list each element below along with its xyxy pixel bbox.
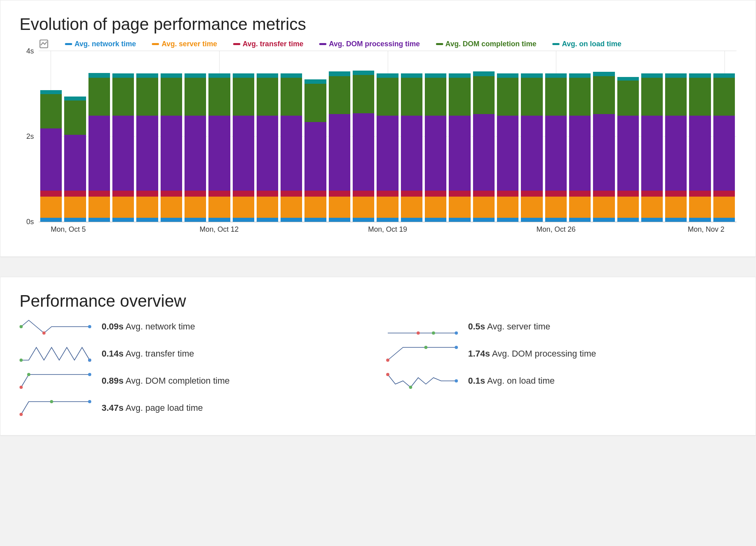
- legend-item[interactable]: Avg. transfer time: [233, 40, 303, 48]
- sparkline[interactable]: [386, 373, 458, 389]
- stacked-bar[interactable]: [112, 73, 134, 222]
- bar-segment: [208, 197, 230, 218]
- stacked-bar[interactable]: [713, 73, 735, 222]
- overview-card: Performance overview 0.09s Avg. network …: [0, 277, 756, 436]
- stacked-bar[interactable]: [449, 73, 470, 222]
- sparkline[interactable]: [386, 346, 458, 362]
- legend-item[interactable]: Avg. on load time: [552, 40, 621, 48]
- legend-item[interactable]: Avg. DOM processing time: [319, 40, 420, 48]
- metric-text: 0.89s Avg. DOM completion time: [102, 376, 230, 386]
- bar-segment: [593, 114, 615, 190]
- chart-plot-area[interactable]: 0s2s4s: [39, 51, 736, 222]
- sparkline[interactable]: [20, 346, 91, 362]
- bar-segment: [449, 197, 470, 218]
- stacked-bar[interactable]: [593, 72, 615, 222]
- stacked-bar[interactable]: [521, 73, 542, 222]
- stacked-bar[interactable]: [161, 73, 182, 222]
- stacked-bar[interactable]: [641, 73, 663, 222]
- bar-segment: [161, 116, 182, 190]
- stacked-bar[interactable]: [208, 73, 230, 222]
- stacked-bar[interactable]: [473, 71, 495, 222]
- stacked-bar[interactable]: [545, 73, 567, 222]
- bars-container: [39, 51, 736, 222]
- sparkline[interactable]: [20, 319, 91, 335]
- bar-segment: [497, 116, 518, 190]
- legend-label: Avg. network time: [75, 40, 136, 48]
- bar-segment: [40, 218, 62, 222]
- stacked-bar[interactable]: [88, 73, 110, 222]
- bar-segment: [353, 218, 374, 222]
- svg-point-14: [27, 373, 30, 376]
- bar-segment: [304, 191, 326, 197]
- metric-row: 0.89s Avg. DOM completion time: [20, 373, 370, 389]
- bar-segment: [64, 191, 86, 197]
- bar-segment: [208, 78, 230, 116]
- stacked-bar[interactable]: [353, 71, 374, 222]
- bar-segment: [473, 114, 495, 190]
- bar-segment: [617, 197, 639, 218]
- bar-segment: [569, 197, 591, 218]
- legend-swatch: [152, 43, 159, 45]
- bar-segment: [353, 75, 374, 113]
- legend-item[interactable]: Avg. server time: [152, 40, 217, 48]
- bar-segment: [257, 116, 278, 190]
- y-tick-label: 2s: [26, 132, 34, 141]
- bar-segment: [449, 78, 470, 116]
- bar-segment: [281, 116, 302, 190]
- bar-segment: [545, 191, 567, 197]
- bar-segment: [713, 197, 735, 218]
- metric-value: 0.5s: [468, 321, 485, 331]
- stacked-bar[interactable]: [233, 73, 254, 222]
- bar-segment: [377, 218, 398, 222]
- bar-segment: [233, 197, 254, 218]
- stacked-bar[interactable]: [329, 71, 350, 222]
- legend-label: Avg. DOM processing time: [329, 40, 420, 48]
- bar-segment: [425, 73, 446, 78]
- metric-label: Avg. network time: [126, 321, 195, 331]
- bar-segment: [112, 197, 134, 218]
- svg-point-3: [88, 325, 91, 328]
- metric-text: 3.47s Avg. page load time: [102, 403, 203, 413]
- metric-value: 0.89s: [102, 376, 124, 386]
- bar-segment: [665, 197, 687, 218]
- bar-segment: [689, 218, 711, 222]
- stacked-bar[interactable]: [377, 73, 398, 222]
- stacked-bar[interactable]: [665, 73, 687, 222]
- stacked-bar[interactable]: [617, 77, 639, 222]
- legend-item[interactable]: Avg. network time: [65, 40, 136, 48]
- x-tick-label: Mon, Oct 19: [368, 225, 407, 234]
- bar-segment: [569, 78, 591, 116]
- metric-label: Avg. transfer time: [126, 349, 194, 359]
- bar-segment: [401, 218, 422, 222]
- bar-segment: [161, 218, 182, 222]
- bar-segment: [208, 191, 230, 197]
- bar-segment: [545, 73, 567, 78]
- bar-segment: [353, 71, 374, 75]
- x-tick-label: Mon, Oct 26: [536, 225, 575, 234]
- stacked-bar[interactable]: [689, 73, 711, 222]
- sparkline[interactable]: [20, 400, 91, 416]
- svg-point-2: [20, 325, 23, 328]
- stacked-bar[interactable]: [257, 73, 278, 222]
- sparkline[interactable]: [20, 373, 91, 389]
- bar-segment: [401, 116, 422, 190]
- bar-segment: [64, 218, 86, 222]
- stacked-bar[interactable]: [425, 73, 446, 222]
- stacked-bar[interactable]: [185, 73, 206, 222]
- bar-segment: [112, 73, 134, 78]
- stacked-bar[interactable]: [281, 73, 302, 222]
- stacked-bar[interactable]: [40, 90, 62, 222]
- stacked-bar[interactable]: [304, 79, 326, 222]
- x-tick-label: Mon, Nov 2: [688, 225, 725, 234]
- chart-type-icon[interactable]: [39, 39, 49, 49]
- bar-segment: [64, 135, 86, 191]
- metric-value: 0.1s: [468, 376, 485, 386]
- sparkline[interactable]: [386, 319, 458, 335]
- legend-item[interactable]: Avg. DOM completion time: [436, 40, 536, 48]
- stacked-bar[interactable]: [569, 73, 591, 222]
- stacked-bar[interactable]: [401, 73, 422, 222]
- stacked-bar[interactable]: [64, 97, 86, 222]
- bar-segment: [593, 197, 615, 218]
- stacked-bar[interactable]: [136, 73, 158, 222]
- stacked-bar[interactable]: [497, 73, 518, 222]
